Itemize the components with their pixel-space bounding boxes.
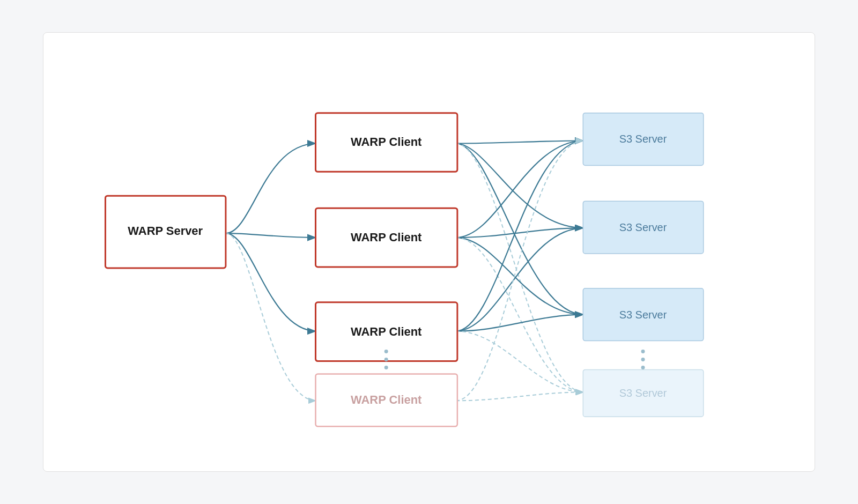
ellipsis-s3-3 [641,366,645,369]
s3-server-1-label: S3 Server [619,133,667,145]
arrow-c1-s2 [456,143,584,228]
arrow-c3-s3 [456,315,584,331]
warp-client-1-label: WARP Client [351,135,422,149]
arrow-c3-s1 [456,141,584,331]
ellipsis-clients-1 [384,350,388,353]
arrow-c2-s3 [456,238,584,315]
warp-client-4-label: WARP Client [351,393,422,406]
ellipsis-s3-2 [641,358,645,361]
arrow-c2-s2 [456,228,584,238]
s3-server-3-label: S3 Server [619,309,667,321]
arrow-c2-s1 [456,141,584,238]
ellipsis-clients-3 [384,366,388,369]
diagram-container: WARP Server WARP Client WARP Client WARP… [43,32,815,472]
warp-server-label: WARP Server [128,224,203,238]
s3-server-2-label: S3 Server [619,221,667,233]
arrow-c1-s4 [456,143,584,392]
warp-client-3-label: WARP Client [351,325,422,338]
s3-server-4-label: S3 Server [619,387,667,399]
warp-client-2-label: WARP Client [351,231,422,244]
arrow-server-to-client2 [226,233,317,238]
arrow-c3-s4 [456,331,584,392]
ellipsis-s3-1 [641,350,645,353]
arrow-c4-s4 [456,392,584,401]
ellipsis-clients-2 [384,358,388,361]
arrow-server-to-client4 [226,233,317,401]
arrow-c1-s1 [456,141,584,144]
arrow-c2-s4 [456,238,584,392]
arrow-server-to-client1 [226,143,317,233]
